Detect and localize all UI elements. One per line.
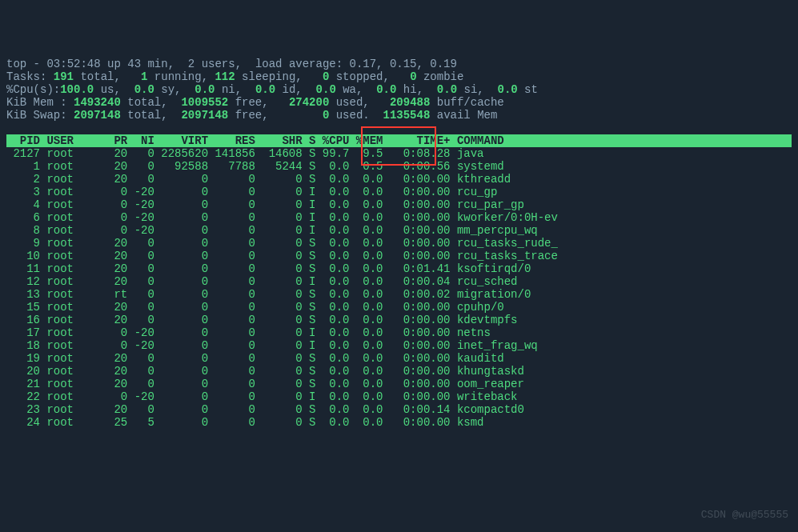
top-output[interactable]: top - 03:52:48 up 43 min, 2 users, load …: [6, 58, 792, 429]
process-row[interactable]: 11 root 20 0 0 0 0 S 0.0 0.0 0:01.41 kso…: [6, 262, 531, 275]
process-row[interactable]: 10 root 20 0 0 0 0 S 0.0 0.0 0:00.00 rcu…: [6, 250, 558, 262]
process-row[interactable]: 23 root 20 0 0 0 0 S 0.0 0.0 0:00.14 kco…: [6, 403, 524, 416]
process-row[interactable]: 24 root 25 5 0 0 0 S 0.0 0.0 0:00.00 ksm…: [6, 416, 484, 429]
process-row[interactable]: 2 root 20 0 0 0 0 S 0.0 0.0 0:00.00 kthr…: [6, 173, 511, 186]
process-row[interactable]: 21 root 20 0 0 0 0 S 0.0 0.0 0:00.00 oom…: [6, 378, 524, 390]
process-row[interactable]: 15 root 20 0 0 0 0 S 0.0 0.0 0:00.00 cpu…: [6, 301, 504, 314]
process-row[interactable]: 17 root 0 -20 0 0 0 I 0.0 0.0 0:00.00 ne…: [6, 326, 491, 339]
process-row[interactable]: 16 root 20 0 0 0 0 S 0.0 0.0 0:00.00 kde…: [6, 314, 518, 326]
column-header[interactable]: PID USER PR NI VIRT RES SHR S %CPU %MEM …: [6, 134, 792, 147]
process-row[interactable]: 19 root 20 0 0 0 0 S 0.0 0.0 0:00.00 kau…: [6, 352, 504, 365]
process-row[interactable]: 4 root 0 -20 0 0 0 I 0.0 0.0 0:00.00 rcu…: [6, 198, 524, 211]
cpu-line: %Cpu(s):100.0 us, 0.0 sy, 0.0 ni, 0.0 id…: [6, 83, 538, 96]
summary-line1: top - 03:52:48 up 43 min, 2 users, load …: [6, 58, 457, 70]
process-row[interactable]: 22 root 0 -20 0 0 0 I 0.0 0.0 0:00.00 wr…: [6, 390, 518, 403]
process-row[interactable]: 2127 root 20 0 2285620 141856 14608 S 99…: [6, 147, 484, 160]
process-row[interactable]: 12 root 20 0 0 0 0 I 0.0 0.0 0:00.04 rcu…: [6, 275, 518, 288]
process-row[interactable]: 18 root 0 -20 0 0 0 I 0.0 0.0 0:00.00 in…: [6, 339, 538, 352]
process-row[interactable]: 6 root 0 -20 0 0 0 I 0.0 0.0 0:00.00 kwo…: [6, 211, 558, 224]
process-row[interactable]: 9 root 20 0 0 0 0 S 0.0 0.0 0:00.00 rcu_…: [6, 237, 558, 250]
process-row[interactable]: 13 root rt 0 0 0 0 S 0.0 0.0 0:00.02 mig…: [6, 288, 531, 301]
process-list[interactable]: 2127 root 20 0 2285620 141856 14608 S 99…: [6, 147, 792, 429]
process-row[interactable]: 3 root 0 -20 0 0 0 I 0.0 0.0 0:00.00 rcu…: [6, 186, 497, 198]
swap-line: KiB Swap: 2097148 total, 2097148 free, 0…: [6, 109, 497, 122]
process-row[interactable]: 20 root 20 0 0 0 0 S 0.0 0.0 0:00.00 khu…: [6, 365, 524, 378]
tasks-line: Tasks: 191 total, 1 running, 112 sleepin…: [6, 70, 463, 83]
process-row[interactable]: 8 root 0 -20 0 0 0 I 0.0 0.0 0:00.00 mm_…: [6, 224, 538, 237]
process-row[interactable]: 1 root 20 0 92588 7788 5244 S 0.0 0.5 0:…: [6, 160, 504, 173]
watermark: CSDN @wu@55555: [701, 509, 788, 521]
mem-line: KiB Mem : 1493240 total, 1009552 free, 2…: [6, 96, 504, 109]
